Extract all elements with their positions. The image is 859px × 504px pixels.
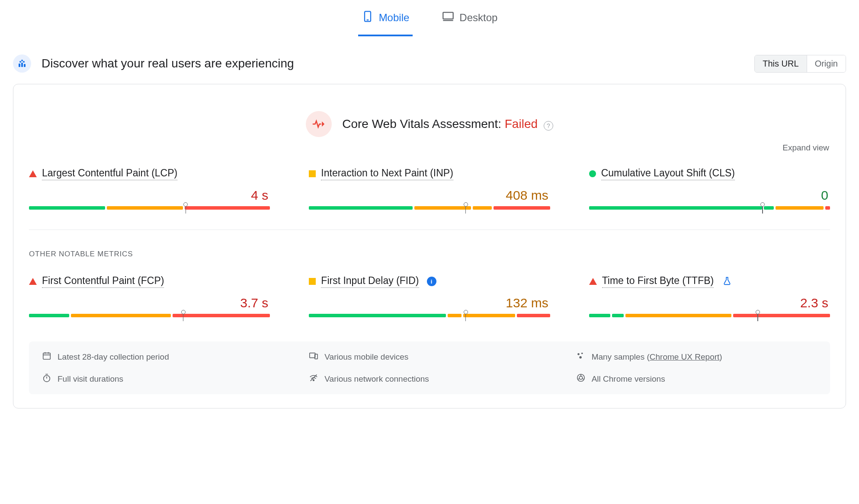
svg-point-6 bbox=[21, 60, 23, 61]
svg-rect-7 bbox=[19, 64, 20, 67]
svg-rect-8 bbox=[21, 63, 23, 67]
divider bbox=[29, 230, 830, 230]
metric-time-to-first-byte-ttfb: Time to First Byte (TTFB)2.3 s bbox=[589, 275, 830, 317]
metric-first-contentful-paint-fcp: First Contentful Paint (FCP)3.7 s bbox=[29, 275, 270, 317]
metric-name-link[interactable]: Interaction to Next Paint (INP) bbox=[321, 167, 453, 180]
pulse-icon bbox=[306, 111, 332, 137]
tab-desktop-label: Desktop bbox=[459, 12, 497, 24]
svg-line-28 bbox=[582, 379, 584, 380]
tab-mobile[interactable]: Mobile bbox=[358, 8, 413, 36]
assessment-status: Failed bbox=[505, 117, 538, 131]
distribution-bar bbox=[589, 206, 830, 210]
info-period: Latest 28-day collection period bbox=[29, 350, 296, 364]
section-header: Discover what your real users are experi… bbox=[13, 54, 846, 73]
status-indicator-fail bbox=[29, 278, 37, 285]
info-chrome: All Chrome versions bbox=[563, 372, 830, 386]
tab-desktop[interactable]: Desktop bbox=[439, 8, 501, 36]
svg-point-5 bbox=[23, 61, 25, 63]
metric-value: 2.3 s bbox=[589, 288, 830, 314]
distribution-bar bbox=[29, 206, 270, 210]
vitals-card: Core Web Vitals Assessment: Failed ? Exp… bbox=[13, 84, 846, 408]
info-durations: Full visit durations bbox=[29, 372, 296, 386]
desktop-icon bbox=[442, 10, 454, 25]
data-source-info: Latest 28-day collection period Various … bbox=[29, 341, 830, 394]
metric-value: 408 ms bbox=[309, 180, 550, 206]
users-icon bbox=[13, 54, 31, 73]
svg-marker-10 bbox=[323, 123, 324, 125]
metric-name-link[interactable]: Largest Contentful Paint (LCP) bbox=[42, 167, 177, 180]
percentile-marker bbox=[759, 202, 766, 214]
percentile-marker bbox=[182, 202, 189, 214]
distribution-bar bbox=[309, 206, 550, 210]
percentile-marker bbox=[462, 310, 469, 321]
expand-view-link[interactable]: Expand view bbox=[29, 142, 830, 167]
svg-point-4 bbox=[19, 61, 21, 63]
svg-rect-9 bbox=[24, 64, 26, 67]
svg-rect-2 bbox=[443, 13, 453, 19]
other-metrics-row: First Contentful Paint (FCP)3.7 sFirst I… bbox=[29, 275, 830, 317]
percentile-marker bbox=[462, 202, 469, 214]
metric-name-link[interactable]: Time to First Byte (TTFB) bbox=[602, 275, 714, 288]
metric-name-link[interactable]: First Input Delay (FID) bbox=[321, 275, 419, 288]
status-indicator-warn bbox=[309, 278, 316, 285]
scatter-icon bbox=[576, 351, 586, 363]
toggle-this-url[interactable]: This URL bbox=[755, 55, 807, 72]
distribution-bar bbox=[589, 314, 830, 317]
svg-point-17 bbox=[577, 353, 580, 355]
devices-icon bbox=[309, 351, 318, 363]
svg-point-20 bbox=[44, 376, 50, 382]
assessment-label: Core Web Vitals Assessment: bbox=[342, 117, 505, 131]
svg-point-19 bbox=[579, 356, 582, 359]
status-indicator-fail bbox=[29, 170, 37, 177]
percentile-marker bbox=[754, 310, 761, 321]
metric-value: 4 s bbox=[29, 180, 270, 206]
calendar-icon bbox=[42, 351, 51, 363]
status-indicator-fail bbox=[589, 278, 597, 285]
help-icon[interactable]: ? bbox=[544, 121, 553, 131]
svg-point-23 bbox=[313, 380, 314, 381]
metric-name-link[interactable]: Cumulative Layout Shift (CLS) bbox=[601, 167, 735, 180]
svg-line-29 bbox=[577, 379, 580, 380]
device-tabs: Mobile Desktop bbox=[13, 0, 846, 36]
experimental-icon[interactable] bbox=[722, 276, 732, 287]
metric-value: 3.7 s bbox=[29, 288, 270, 314]
info-icon[interactable]: i bbox=[427, 277, 436, 286]
network-icon bbox=[309, 373, 318, 385]
svg-point-18 bbox=[581, 353, 583, 354]
stopwatch-icon bbox=[42, 373, 51, 385]
status-indicator-good bbox=[589, 170, 596, 177]
svg-rect-15 bbox=[310, 353, 315, 358]
status-indicator-warn bbox=[309, 170, 316, 177]
core-metrics-row: Largest Contentful Paint (LCP)4 sInterac… bbox=[29, 167, 830, 210]
info-network: Various network connections bbox=[296, 372, 563, 386]
svg-rect-11 bbox=[43, 353, 51, 360]
info-devices: Various mobile devices bbox=[296, 350, 563, 364]
percentile-marker bbox=[180, 310, 187, 321]
metric-value: 0 bbox=[589, 180, 830, 206]
tab-mobile-label: Mobile bbox=[379, 12, 410, 24]
distribution-bar bbox=[309, 314, 550, 317]
metric-largest-contentful-paint-lcp: Largest Contentful Paint (LCP)4 s bbox=[29, 167, 270, 210]
metric-interaction-to-next-paint-inp: Interaction to Next Paint (INP)408 ms bbox=[309, 167, 550, 210]
metric-value: 132 ms bbox=[309, 288, 550, 314]
info-samples: Many samples (Chrome UX Report) bbox=[563, 350, 830, 364]
page-title: Discover what your real users are experi… bbox=[42, 57, 294, 70]
other-metrics-heading: OTHER NOTABLE METRICS bbox=[29, 250, 830, 258]
toggle-origin[interactable]: Origin bbox=[807, 55, 846, 72]
metric-cumulative-layout-shift-cls: Cumulative Layout Shift (CLS)0 bbox=[589, 167, 830, 210]
mobile-icon bbox=[362, 10, 374, 25]
chrome-icon bbox=[576, 373, 586, 385]
scope-toggle: This URL Origin bbox=[754, 55, 846, 73]
crux-report-link[interactable]: Chrome UX Report bbox=[650, 352, 720, 361]
metric-first-input-delay-fid: First Input Delay (FID)i132 ms bbox=[309, 275, 550, 317]
metric-name-link[interactable]: First Contentful Paint (FCP) bbox=[42, 275, 164, 288]
assessment-banner: Core Web Vitals Assessment: Failed ? bbox=[29, 98, 830, 142]
distribution-bar bbox=[29, 314, 270, 317]
